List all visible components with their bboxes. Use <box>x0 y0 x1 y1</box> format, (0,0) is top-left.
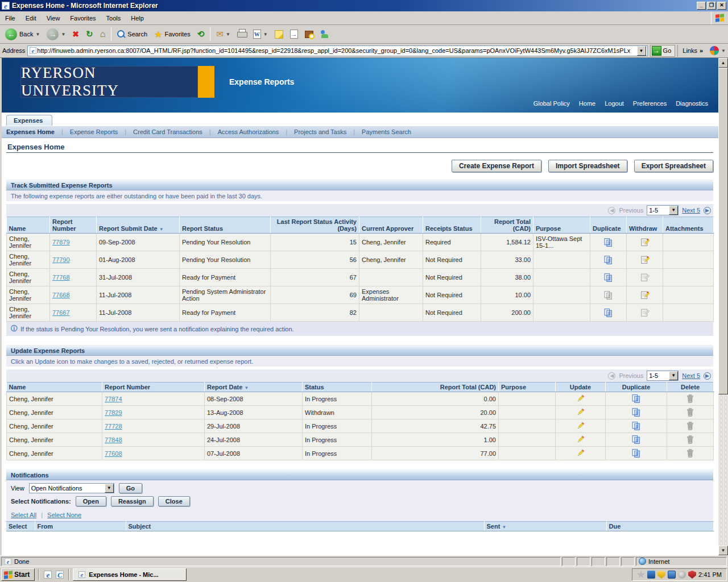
report-number-link[interactable]: 77728 <box>105 423 122 430</box>
update-range-select[interactable]: 1-5▼ <box>647 371 679 381</box>
scroll-up-button[interactable]: ▲ <box>718 58 728 68</box>
withdraw-icon[interactable] <box>640 238 650 247</box>
nav-credit-card-transactions[interactable]: Credit Card Transactions <box>133 128 202 135</box>
open-button[interactable]: Open <box>76 496 106 506</box>
report-number-link[interactable]: 77668 <box>52 292 70 298</box>
nav-payments-search[interactable]: Payments Search <box>362 128 411 135</box>
report-number-link[interactable]: 77667 <box>52 309 70 316</box>
nav-projects-and-tasks[interactable]: Projects and Tasks <box>294 128 346 135</box>
import-spreadsheet-button[interactable]: Import Spreadsheet <box>548 160 627 172</box>
sort-report-submit-date[interactable]: Report Submit Date ▼ <box>97 217 180 234</box>
track-next-link[interactable]: Next 5 <box>682 207 700 214</box>
update-icon[interactable] <box>576 394 585 404</box>
report-number-link[interactable]: 77879 <box>52 239 70 246</box>
duplicate-icon[interactable] <box>603 308 613 318</box>
menu-file[interactable]: File <box>0 13 20 24</box>
update-icon[interactable] <box>576 421 585 431</box>
menu-view[interactable]: View <box>42 13 65 24</box>
scroll-thumb[interactable] <box>718 68 728 394</box>
track-range-select[interactable]: 1-5▼ <box>647 205 679 215</box>
address-input[interactable]: e http://finuweb.admin.ryerson.ca:8007/O… <box>27 45 647 56</box>
address-dropdown-button[interactable]: ▼ <box>637 46 646 56</box>
report-number-link[interactable]: 77768 <box>52 274 70 281</box>
search-button[interactable]: Search <box>114 26 150 42</box>
tray-security-shield-icon[interactable] <box>657 571 665 579</box>
links-button[interactable]: Links» <box>677 45 708 57</box>
delete-icon[interactable] <box>685 435 695 444</box>
view-select[interactable]: Open Notifications▼ <box>29 483 114 493</box>
back-button[interactable]: ←Back▼ <box>2 26 43 42</box>
menu-tools[interactable]: Tools <box>101 13 126 24</box>
close-notification-button[interactable]: Close <box>158 496 190 506</box>
update-icon[interactable] <box>576 408 585 417</box>
select-none-link[interactable]: Select None <box>47 512 81 518</box>
tray-antivirus-icon[interactable] <box>688 571 696 579</box>
link-diagnostics[interactable]: Diagnostics <box>676 100 708 107</box>
sort-sent[interactable]: Sent ▼ <box>484 522 606 531</box>
tray-display-icon[interactable] <box>668 571 676 579</box>
discuss-button[interactable] <box>272 26 286 42</box>
update-next-link[interactable]: Next 5 <box>682 372 700 379</box>
report-number-link[interactable]: 77848 <box>105 436 122 443</box>
link-home[interactable]: Home <box>579 100 595 107</box>
taskbar-window-button[interactable]: eExpenses Home - Mic... <box>73 568 187 581</box>
select-all-link[interactable]: Select All <box>11 512 36 518</box>
quicklaunch-desktop-icon[interactable]: C <box>55 571 65 579</box>
reassign-button[interactable]: Reassign <box>111 496 154 506</box>
tab-expenses[interactable]: Expenses <box>6 115 52 126</box>
forward-button[interactable]: →▼ <box>44 26 68 42</box>
tray-network-icon[interactable] <box>637 571 645 579</box>
report-number-link[interactable]: 77790 <box>52 256 70 263</box>
menu-favorites[interactable]: Favorites <box>65 13 101 24</box>
go-button[interactable]: →Go <box>650 45 676 57</box>
delete-icon[interactable] <box>685 448 695 458</box>
update-icon[interactable] <box>576 435 585 444</box>
duplicate-icon[interactable] <box>603 238 613 247</box>
duplicate-icon[interactable] <box>631 408 641 417</box>
minimize-button[interactable]: _ <box>697 2 706 10</box>
research-button[interactable] <box>302 26 316 42</box>
duplicate-icon[interactable] <box>631 435 641 444</box>
duplicate-icon[interactable] <box>603 273 613 282</box>
menu-edit[interactable]: Edit <box>20 13 42 24</box>
duplicate-icon[interactable] <box>631 421 641 431</box>
home-button[interactable]: ⌂ <box>97 26 109 42</box>
menu-help[interactable]: Help <box>126 13 149 24</box>
duplicate-icon[interactable] <box>631 448 641 458</box>
tray-volume-icon[interactable] <box>678 571 686 579</box>
favorites-button[interactable]: ★Favorites <box>151 26 193 42</box>
vertical-scrollbar[interactable]: ▲ ▼ <box>718 58 728 555</box>
export-spreadsheet-button[interactable]: Export Spreadsheet <box>634 160 713 172</box>
report-number-link[interactable]: 77829 <box>105 409 122 416</box>
history-button[interactable]: ⟲ <box>195 26 208 42</box>
delete-icon[interactable] <box>685 394 695 404</box>
tray-agent-icon[interactable] <box>647 571 655 579</box>
create-expense-report-button[interactable]: Create Expense Report <box>452 160 541 172</box>
edit-with-word-button[interactable]: W▼ <box>250 26 271 42</box>
mail-button[interactable]: ✉▼ <box>213 26 233 42</box>
go-notifications-button[interactable]: Go <box>119 483 142 493</box>
link-preferences[interactable]: Preferences <box>633 100 667 107</box>
close-button[interactable]: ✕ <box>717 2 726 10</box>
stop-button[interactable]: ✖ <box>69 26 82 42</box>
scroll-down-button[interactable]: ▼ <box>718 546 728 555</box>
duplicate-icon[interactable] <box>603 255 613 265</box>
report-number-link[interactable]: 77608 <box>105 450 122 457</box>
link-logout[interactable]: Logout <box>605 100 624 107</box>
update-icon[interactable] <box>576 448 585 458</box>
addressbar-addon-icon[interactable] <box>710 46 719 55</box>
link-global-policy[interactable]: Global Policy <box>533 100 570 107</box>
withdraw-icon[interactable] <box>640 290 650 300</box>
print-button[interactable] <box>234 26 249 42</box>
delete-icon[interactable] <box>685 408 695 417</box>
duplicate-icon[interactable] <box>631 394 641 404</box>
withdraw-icon[interactable] <box>640 255 650 265</box>
nav-expense-reports[interactable]: Expense Reports <box>70 128 118 135</box>
quicklaunch-ie-icon[interactable]: e <box>43 571 53 579</box>
messenger-button[interactable] <box>317 26 332 42</box>
restore-button[interactable]: ❐ <box>707 2 716 10</box>
delete-icon[interactable] <box>685 421 695 431</box>
nav-expenses-home[interactable]: Expenses Home <box>6 128 55 135</box>
sort-report-date[interactable]: Report Date ▼ <box>205 383 303 392</box>
nav-access-authorizations[interactable]: Access Authorizations <box>218 128 279 135</box>
